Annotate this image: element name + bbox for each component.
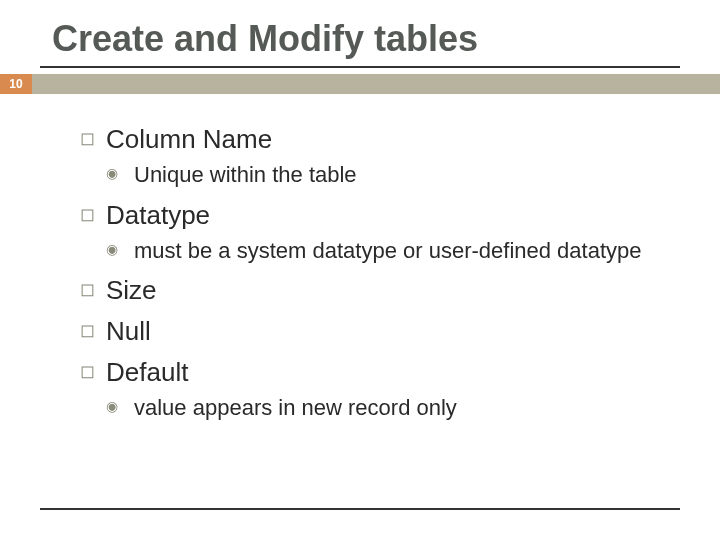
bullet-size: Size: [80, 275, 670, 306]
content-area: Column Name Unique within the table Data…: [40, 94, 680, 423]
bullet-datatype: Datatype: [80, 200, 670, 231]
subbullet-system-datatype: must be a system datatype or user-define…: [106, 237, 670, 266]
bullet-column-name: Column Name: [80, 124, 670, 155]
slide-title: Create and Modify tables: [40, 18, 680, 68]
bottom-rule: [40, 508, 680, 510]
header-band: 10: [0, 74, 720, 94]
bullet-null: Null: [80, 316, 670, 347]
accent-band: [32, 74, 720, 94]
bullet-default: Default: [80, 357, 670, 388]
page-number-badge: 10: [0, 74, 32, 94]
slide: Create and Modify tables 10 Column Name …: [0, 0, 720, 540]
subbullet-value-new-record: value appears in new record only: [106, 394, 670, 423]
subbullet-unique: Unique within the table: [106, 161, 670, 190]
